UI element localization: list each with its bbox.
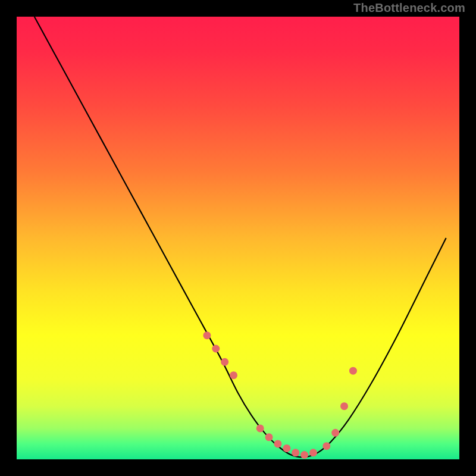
watermark-text: TheBottleneck.com <box>353 1 465 15</box>
highlight-dot <box>274 440 281 447</box>
frame-left <box>0 0 17 476</box>
highlight-dot <box>256 424 264 432</box>
frame-right <box>459 0 476 476</box>
highlight-dot <box>340 402 348 410</box>
highlight-dot <box>309 449 317 456</box>
highlight-dot <box>283 444 290 452</box>
highlight-dot <box>212 345 220 353</box>
highlight-dot <box>322 442 330 450</box>
highlight-dot <box>300 451 308 459</box>
frame-bottom <box>0 459 476 476</box>
highlight-dot <box>221 358 228 366</box>
highlight-dot <box>265 433 273 441</box>
highlight-dot <box>331 429 339 437</box>
chart-stage: TheBottleneck.com <box>0 0 476 476</box>
highlight-dot <box>349 367 357 375</box>
highlight-dot <box>230 371 237 379</box>
bottleneck-chart <box>0 0 476 476</box>
highlight-dot <box>203 331 211 339</box>
highlight-dot <box>292 449 299 456</box>
